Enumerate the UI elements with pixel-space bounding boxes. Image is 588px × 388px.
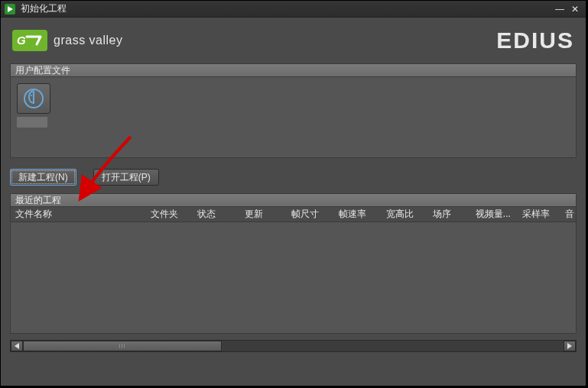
titlebar: 初始化工程 — ✕ bbox=[1, 1, 586, 18]
recent-header: 最近的工程 bbox=[10, 193, 577, 207]
profile-head-icon bbox=[17, 83, 50, 114]
profiles-body bbox=[10, 77, 577, 158]
recent-column-headers: 文件名称 文件夹 状态 更新 帧尺寸 帧速率 宽高比 场序 视频量... 采样率… bbox=[11, 207, 576, 222]
col-audio[interactable]: 音 bbox=[560, 208, 576, 221]
scroll-left-button[interactable] bbox=[11, 341, 23, 351]
new-project-button[interactable]: 新建工程(N) bbox=[10, 169, 76, 186]
svg-point-4 bbox=[31, 95, 32, 96]
gv-mark-icon: G bbox=[12, 30, 47, 51]
grass-valley-logo: G grass valley bbox=[12, 30, 122, 51]
recent-body: 文件名称 文件夹 状态 更新 帧尺寸 帧速率 宽高比 场序 视频量... 采样率… bbox=[10, 207, 577, 334]
profiles-section: 用户配置文件 bbox=[10, 63, 577, 158]
edius-logo-text: EDIUS bbox=[496, 27, 574, 53]
recent-section: 最近的工程 文件名称 文件夹 状态 更新 帧尺寸 帧速率 宽高比 场序 视频量.… bbox=[10, 193, 577, 334]
horizontal-scrollbar[interactable] bbox=[10, 340, 577, 352]
svg-text:G: G bbox=[17, 34, 26, 47]
open-project-button[interactable]: 打开工程(P) bbox=[93, 169, 159, 186]
col-order[interactable]: 场序 bbox=[428, 208, 471, 221]
minimize-button[interactable]: — bbox=[552, 4, 567, 15]
col-quant[interactable]: 视频量... bbox=[471, 208, 518, 221]
svg-marker-5 bbox=[15, 343, 19, 349]
window-title: 初始化工程 bbox=[21, 2, 552, 15]
app-icon bbox=[4, 3, 16, 15]
col-framesize[interactable]: 帧尺寸 bbox=[287, 208, 334, 221]
close-button[interactable]: ✕ bbox=[567, 4, 583, 15]
scroll-thumb[interactable] bbox=[23, 341, 222, 351]
scroll-right-button[interactable] bbox=[564, 341, 576, 351]
col-status[interactable]: 状态 bbox=[193, 208, 240, 221]
profile-label bbox=[17, 117, 47, 128]
button-row: 新建工程(N) 打开工程(P) bbox=[10, 169, 577, 186]
col-aspect[interactable]: 宽高比 bbox=[382, 208, 429, 221]
col-sample[interactable]: 采样率 bbox=[518, 208, 560, 221]
svg-marker-6 bbox=[567, 343, 572, 349]
recent-list-area bbox=[11, 222, 576, 333]
init-project-window: 初始化工程 — ✕ G grass valley EDIUS 用户配置文件 bbox=[0, 0, 586, 386]
gv-logo-text: grass valley bbox=[54, 34, 122, 47]
scroll-track[interactable] bbox=[23, 341, 564, 351]
profiles-header: 用户配置文件 bbox=[10, 63, 577, 77]
col-folder[interactable]: 文件夹 bbox=[146, 208, 193, 221]
col-update[interactable]: 更新 bbox=[240, 208, 288, 221]
col-filename[interactable]: 文件名称 bbox=[11, 208, 146, 221]
brand-row: G grass valley EDIUS bbox=[1, 18, 586, 63]
profile-item[interactable] bbox=[17, 83, 55, 128]
col-framerate[interactable]: 帧速率 bbox=[334, 208, 382, 221]
